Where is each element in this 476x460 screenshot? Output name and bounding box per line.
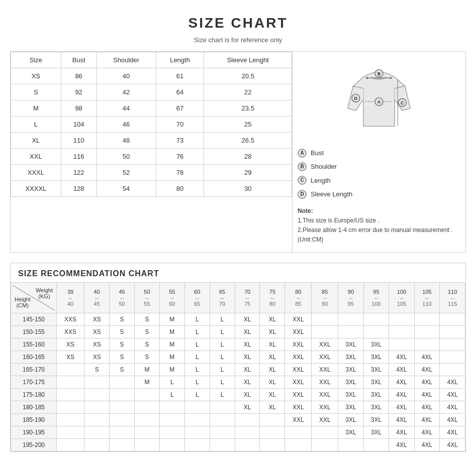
rec-table-cell (159, 414, 184, 426)
rec-table-cell: M (135, 376, 160, 389)
rec-table-cell: 4XL (389, 401, 415, 414)
rec-table-cell: 3XL (338, 351, 364, 364)
rec-table-cell (110, 401, 135, 414)
rec-table-cell: XL (260, 364, 285, 376)
size-table-cell: 67 (156, 100, 204, 117)
rec-table-cell: 3XL (363, 351, 389, 364)
legend-circle: B (298, 162, 307, 171)
size-table-cell: XS (11, 68, 61, 84)
rec-table-cell: 4XL (389, 414, 415, 426)
svg-text:C: C (401, 100, 404, 105)
rec-table-cell (260, 439, 285, 451)
rec-table-cell: XL (260, 389, 285, 401)
rec-table-cell: L (210, 389, 235, 401)
rec-table-cell (84, 389, 110, 401)
rec-table-cell (312, 313, 338, 326)
rec-table-cell (56, 414, 84, 426)
rec-table-cell: M (159, 313, 184, 326)
size-table-cell: 54 (97, 181, 156, 197)
rec-table-cell: L (210, 338, 235, 351)
rec-table-cell: XS (56, 351, 84, 364)
size-table-col-header: Bust (61, 52, 97, 68)
rec-table-row: 160-165XSXSSSMLLXLXLXXLXXL3XL3XL4XL4XL (11, 351, 465, 364)
rec-table-cell: XL (235, 401, 260, 414)
rec-row-header: 160-165 (11, 351, 57, 364)
rec-table-cell: L (184, 338, 210, 351)
rec-table-cell: XS (84, 351, 110, 364)
rec-table-cell: XXL (285, 313, 312, 326)
rec-table-cell: 4XL (440, 401, 465, 414)
rec-table-cell (135, 439, 160, 451)
rec-table-cell: XL (235, 326, 260, 338)
rec-table-cell: 4XL (414, 414, 440, 426)
legend-circle: A (298, 149, 307, 158)
rec-table-cell: S (135, 313, 160, 326)
rec-table-cell: L (184, 376, 210, 389)
rec-table-cell: XXL (312, 376, 338, 389)
rec-table-cell: L (210, 326, 235, 338)
rec-table-cell: L (159, 376, 184, 389)
size-table-cell: 28 (204, 149, 292, 165)
size-table-cell: 86 (61, 68, 97, 84)
rec-table-cell: L (184, 364, 210, 376)
size-table-cell: S (11, 84, 61, 100)
size-table-col-header: Sleeve Lenght (204, 52, 292, 68)
rec-table-cell: XS (84, 338, 110, 351)
recommendation-section: SIZE RECOMMENDATION CHART Weight(KG) Hei… (10, 263, 466, 452)
rec-table-cell (235, 426, 260, 439)
rec-table-cell: S (110, 326, 135, 338)
legend-item: B Shoulder (298, 161, 352, 172)
rec-table-cell (84, 414, 110, 426)
rec-table-cell: XS (84, 313, 110, 326)
rec-table-cell (110, 426, 135, 439)
rec-table-cell: XXS (56, 326, 84, 338)
size-table-cell: 128 (61, 181, 97, 197)
rec-table-cell (440, 326, 465, 338)
rec-table-cell (338, 326, 364, 338)
rec-table-cell: S (110, 313, 135, 326)
rec-table-cell: M (135, 364, 160, 376)
rec-table-cell: XL (235, 313, 260, 326)
rec-row-header: 165-170 (11, 364, 57, 376)
rec-table-cell (260, 414, 285, 426)
rec-table-cell: 4XL (440, 426, 465, 439)
rec-col-header: 50--55 (135, 283, 160, 313)
size-table-cell: 29 (204, 165, 292, 181)
rec-col-header: 75--80 (260, 283, 285, 313)
rec-table-cell: XXL (285, 376, 312, 389)
rec-table-cell: 4XL (414, 351, 440, 364)
rec-row-header: 175-180 (11, 389, 57, 401)
note-line: 1.This size is Europe/US size . (298, 216, 460, 225)
legend-label: Sleeve Length (311, 188, 352, 200)
rec-table-cell: M (159, 364, 184, 376)
rec-col-header: 55--60 (159, 283, 184, 313)
size-table-cell: L (11, 117, 61, 133)
legend-label: Length (311, 175, 331, 186)
rec-table-cell: XL (260, 313, 285, 326)
size-table-cell: XXXL (11, 165, 61, 181)
rec-table-cell (210, 401, 235, 414)
size-table-cell: XXXXL (11, 181, 61, 197)
size-table-cell: 22 (204, 84, 292, 100)
rec-table-cell: 3XL (338, 426, 364, 439)
size-table-cell: 48 (97, 133, 156, 149)
diagram-section: A B C D A Bust (292, 52, 465, 252)
rec-table-cell: 4XL (440, 439, 465, 451)
rec-col-header: 110--115 (440, 283, 465, 313)
size-table-cell: 116 (61, 149, 97, 165)
rec-row-header: 195-200 (11, 439, 57, 451)
rec-table-row: 170-175MLLLXLXLXXLXXL3XL3XL4XL4XL4XL (11, 376, 465, 389)
rec-table-cell: XXL (285, 351, 312, 364)
rec-table-cell: XL (260, 401, 285, 414)
rec-table-cell (56, 426, 84, 439)
size-table-row: M98446723.5 (11, 100, 292, 117)
rec-table-cell: XL (235, 389, 260, 401)
note-lines: 1.This size is Europe/US size .2.Please … (298, 216, 460, 245)
rec-table-cell: 3XL (363, 338, 389, 351)
rec-table-cell: 4XL (389, 439, 415, 451)
rec-table-cell: L (184, 351, 210, 364)
rec-table-cell (159, 426, 184, 439)
rec-table-row: 145-150XXSXSSSMLLXLXLXXL (11, 313, 465, 326)
rec-table-cell: 4XL (414, 376, 440, 389)
rec-table-cell: XXL (312, 401, 338, 414)
